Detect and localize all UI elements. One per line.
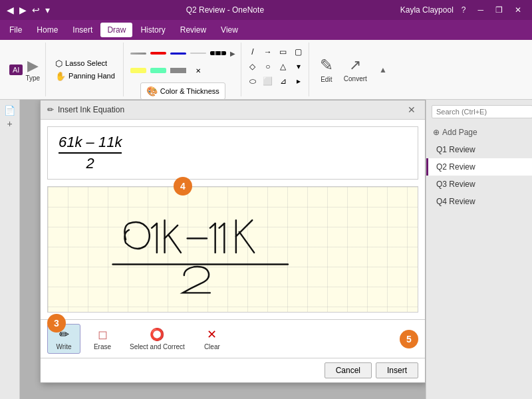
- edit-convert-group: ✎ Edit ↗ Convert: [311, 43, 376, 96]
- pen-3[interactable]: [169, 45, 188, 61]
- rect-shape[interactable]: ▭: [276, 45, 291, 59]
- lasso-select-tool[interactable]: ⬡ Lasso Select: [53, 57, 118, 70]
- badge-3: 3: [47, 314, 66, 332]
- dialog-close-button[interactable]: ✕: [405, 104, 418, 115]
- add-page-icon: ⊕: [433, 128, 440, 137]
- dialog-box: ✏ Insert Ink Equation ✕ 61k – 11k 2: [40, 100, 426, 383]
- page-item-q3[interactable]: Q3 Review: [426, 176, 532, 193]
- undo-button[interactable]: ↩: [32, 5, 40, 15]
- menu-home[interactable]: Home: [30, 23, 65, 37]
- svg-line-4: [168, 235, 181, 253]
- edit-icon: ✎: [320, 56, 333, 74]
- clear-label: Clear: [204, 343, 220, 350]
- clear-btn[interactable]: ✕ Clear: [196, 325, 229, 353]
- page-icon[interactable]: 📄: [4, 105, 15, 116]
- hand-icon: ✋: [55, 71, 66, 81]
- highlighter-2[interactable]: [149, 63, 168, 78]
- shape-extra-3[interactable]: ⊿: [276, 74, 291, 88]
- window-title: Q2 Review - OneNote: [50, 5, 400, 15]
- content-area: 📄 + ✏ Insert Ink Equation ✕ 61k – 11k: [0, 100, 532, 399]
- shape-extra-2[interactable]: ⬜: [261, 74, 275, 88]
- new-page-icon[interactable]: +: [7, 118, 12, 129]
- menu-insert[interactable]: Insert: [66, 23, 99, 37]
- ai-type-group: AI ▶ Type: [4, 43, 46, 96]
- svg-line-12: [239, 232, 254, 253]
- erase-tool-btn[interactable]: ◻ Erase: [86, 325, 119, 353]
- restore-button[interactable]: ❒: [491, 4, 507, 16]
- shape-extra-4[interactable]: ▸: [291, 74, 306, 88]
- triangle-shape[interactable]: △: [276, 60, 291, 73]
- edit-label: Edit: [321, 76, 332, 83]
- eraser-item[interactable]: ✕: [189, 63, 207, 78]
- dropdown-button[interactable]: ▾: [45, 5, 50, 15]
- pen-5[interactable]: [209, 45, 227, 61]
- add-page-button[interactable]: ⊕ Add Page: [426, 124, 532, 141]
- panning-label: Panning Hand: [68, 72, 115, 80]
- badge-5: 5: [400, 330, 418, 348]
- shapes-row-1: / → ▭ ▢: [245, 45, 306, 59]
- back-button[interactable]: ◀: [7, 5, 14, 15]
- insert-button[interactable]: Insert: [376, 362, 418, 378]
- user-name: Kayla Claypool: [400, 5, 454, 15]
- help-button[interactable]: ?: [458, 4, 470, 16]
- erase-icon: ◻: [98, 327, 108, 342]
- page-item-q4[interactable]: Q4 Review: [426, 193, 532, 210]
- write-label: Write: [56, 343, 71, 350]
- shape-extra-1[interactable]: ⬭: [245, 74, 260, 88]
- highlighter-3[interactable]: [169, 63, 188, 78]
- page-item-q2[interactable]: Q2 Review: [426, 158, 532, 176]
- ribbon: AI ▶ Type ⬡ Lasso Select ✋ Panning Hand: [0, 40, 532, 100]
- convert-button[interactable]: ↗ Convert: [340, 54, 371, 85]
- edit-button[interactable]: ✎ Edit: [316, 53, 337, 86]
- svg-line-11: [236, 220, 252, 236]
- rounded-rect-shape[interactable]: ▢: [291, 45, 306, 59]
- pen-4[interactable]: [189, 45, 207, 61]
- lasso-icon: ⬡: [55, 59, 63, 68]
- menu-review[interactable]: Review: [174, 23, 213, 37]
- dialog-title-left: ✏ Insert Ink Equation: [47, 105, 124, 114]
- menu-view[interactable]: View: [214, 23, 245, 37]
- color-icon: 🎨: [146, 86, 158, 96]
- search-input[interactable]: [432, 105, 532, 118]
- menu-history[interactable]: History: [134, 23, 172, 37]
- forward-button[interactable]: ▶: [19, 5, 27, 15]
- select-correct-btn[interactable]: ⭕ Select and Correct: [124, 325, 190, 353]
- close-button[interactable]: ✕: [511, 4, 525, 16]
- pen-2[interactable]: [149, 45, 168, 61]
- line-shape[interactable]: /: [245, 45, 260, 59]
- ribbon-collapse[interactable]: ▲: [378, 43, 388, 96]
- lasso-label: Lasso Select: [65, 59, 107, 67]
- type-icon: ▶: [27, 57, 39, 74]
- ink-drawing-area[interactable]: [47, 186, 418, 313]
- fraction-display: 61k – 11k 2: [59, 134, 122, 172]
- page-list: Q1 Review Q2 Review Q3 Review Q4 Review: [426, 141, 532, 399]
- panning-hand-tool[interactable]: ✋ Panning Hand: [53, 70, 118, 82]
- arrow-shape[interactable]: →: [261, 45, 275, 59]
- equation-preview: 61k – 11k 2: [47, 126, 418, 180]
- pens-scroll-right[interactable]: ▶: [229, 49, 237, 59]
- highlighter-1[interactable]: [129, 63, 148, 78]
- left-strip: 📄 +: [0, 100, 20, 399]
- menu-draw[interactable]: Draw: [100, 23, 132, 37]
- menu-bar: File Home Insert Draw History Review Vie…: [0, 20, 532, 40]
- diamond-shape[interactable]: ◇: [245, 60, 260, 73]
- title-bar: ◀ ▶ ↩ ▾ Q2 Review - OneNote Kayla Claypo…: [0, 0, 532, 20]
- cancel-button[interactable]: Cancel: [325, 362, 372, 378]
- dialog-title-bar: ✏ Insert Ink Equation ✕: [41, 100, 425, 120]
- page-item-q1[interactable]: Q1 Review: [426, 141, 532, 158]
- dialog-footer: Cancel Insert: [41, 358, 425, 382]
- more-shapes[interactable]: ▾: [291, 60, 306, 73]
- pen-1[interactable]: [129, 45, 148, 61]
- add-page-label: Add Page: [442, 128, 477, 137]
- pens-row-2: ✕: [129, 63, 237, 78]
- menu-file[interactable]: File: [3, 23, 29, 37]
- pens-group: ▶ ✕ 🎨 Color & Thickness: [125, 43, 241, 96]
- drawing-wrapper: 4: [41, 186, 425, 313]
- color-thickness-btn[interactable]: 🎨 Color & Thickness: [140, 82, 225, 100]
- minimize-button[interactable]: ─: [473, 4, 487, 16]
- dialog-toolbar: ✏ Write ◻ Erase ⭕ Select and Correct ✕ C…: [41, 319, 425, 358]
- circle-shape[interactable]: ○: [261, 60, 275, 73]
- erase-label: Erase: [94, 343, 111, 350]
- convert-icon: ↗: [349, 57, 361, 74]
- lasso-panning-group: ⬡ Lasso Select ✋ Panning Hand: [47, 43, 124, 96]
